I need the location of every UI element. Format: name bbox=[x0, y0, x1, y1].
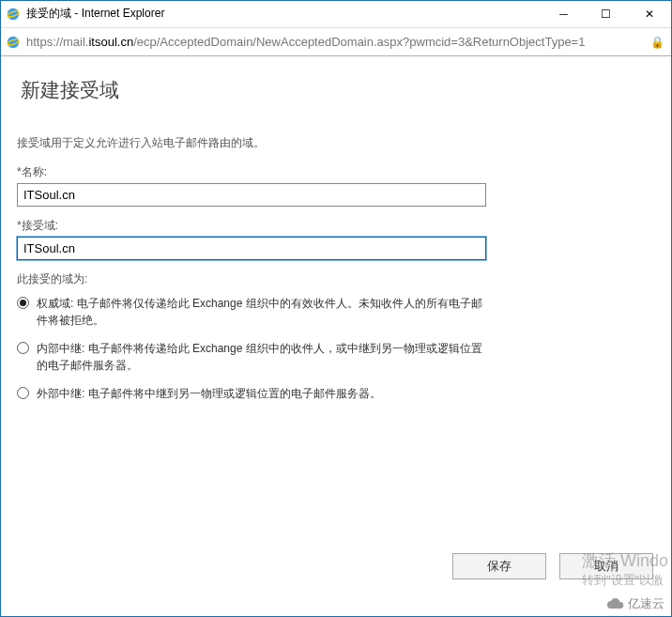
url-prefix: mail. bbox=[63, 35, 88, 49]
close-button[interactable]: ✕ bbox=[627, 0, 672, 27]
window-title: 接受的域 - Internet Explorer bbox=[26, 6, 164, 22]
window-titlebar: 接受的域 - Internet Explorer ─ ☐ ✕ bbox=[0, 0, 672, 28]
url-scheme: https:// bbox=[26, 35, 63, 49]
url-host: itsoul.cn bbox=[88, 35, 133, 49]
minimize-button[interactable]: ─ bbox=[542, 0, 585, 27]
button-bar: 保存 取消 bbox=[452, 553, 653, 579]
radio-dot-icon[interactable] bbox=[17, 387, 29, 399]
lock-icon: 🔒 bbox=[650, 36, 664, 49]
name-label: *名称: bbox=[17, 164, 655, 180]
page-description: 接受域用于定义允许进行入站电子邮件路由的域。 bbox=[17, 135, 655, 151]
radio-dot-icon[interactable] bbox=[17, 342, 29, 354]
save-button[interactable]: 保存 bbox=[452, 553, 546, 579]
ie-icon bbox=[6, 7, 21, 22]
domain-label: *接受域: bbox=[17, 218, 655, 234]
radio-label: 外部中继: 电子邮件将中继到另一物理或逻辑位置的电子邮件服务器。 bbox=[37, 385, 381, 402]
radio-authoritative[interactable]: 权威域: 电子邮件将仅传递给此 Exchange 组织中的有效收件人。未知收件人… bbox=[17, 295, 486, 329]
page-content: 新建接受域 接受域用于定义允许进行入站电子邮件路由的域。 *名称: *接受域: … bbox=[0, 56, 672, 617]
ie-icon bbox=[6, 35, 21, 50]
url-path: /ecp/AcceptedDomain/NewAcceptedDomain.as… bbox=[133, 35, 585, 49]
domain-input[interactable] bbox=[17, 237, 486, 260]
domain-type-label: 此接受的域为: bbox=[17, 271, 655, 287]
radio-label: 权威域: 电子邮件将仅传递给此 Exchange 组织中的有效收件人。未知收件人… bbox=[37, 295, 486, 329]
cloud-icon bbox=[605, 597, 624, 610]
page-heading: 新建接受域 bbox=[21, 77, 655, 103]
url-text[interactable]: https://mail.itsoul.cn/ecp/AcceptedDomai… bbox=[26, 35, 650, 49]
radio-external-relay[interactable]: 外部中继: 电子邮件将中继到另一物理或逻辑位置的电子邮件服务器。 bbox=[17, 385, 486, 402]
radio-internal-relay[interactable]: 内部中继: 电子邮件将传递给此 Exchange 组织中的收件人，或中继到另一物… bbox=[17, 340, 486, 374]
name-input[interactable] bbox=[17, 183, 486, 207]
radio-dot-icon[interactable] bbox=[17, 297, 29, 309]
cancel-button[interactable]: 取消 bbox=[559, 553, 653, 579]
address-bar[interactable]: https://mail.itsoul.cn/ecp/AcceptedDomai… bbox=[0, 28, 672, 56]
maximize-button[interactable]: ☐ bbox=[585, 0, 627, 27]
brand-text: 亿速云 bbox=[628, 595, 664, 612]
brand-logo: 亿速云 bbox=[605, 595, 664, 612]
radio-label: 内部中继: 电子邮件将传递给此 Exchange 组织中的收件人，或中继到另一物… bbox=[37, 340, 486, 374]
